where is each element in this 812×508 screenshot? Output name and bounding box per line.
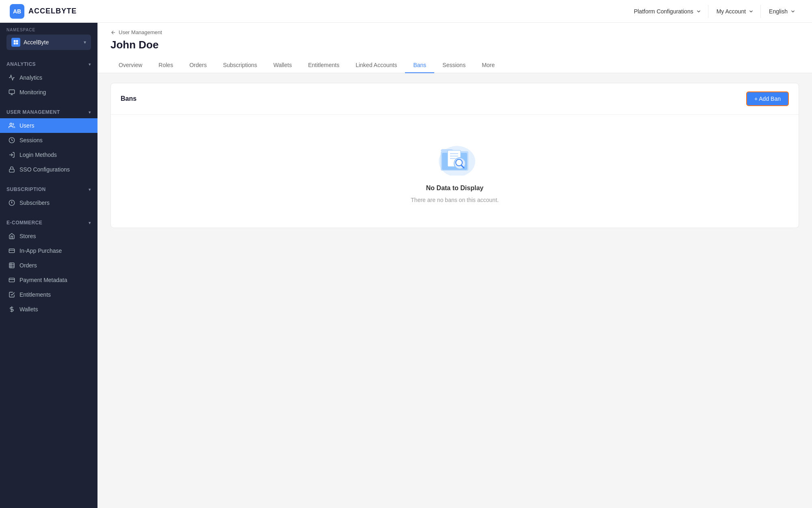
subscription-chevron-icon: ▾ [89, 187, 91, 192]
svg-rect-4 [9, 90, 14, 93]
ecommerce-section-title: E-COMMERCE [6, 220, 42, 226]
tab-orders[interactable]: Orders [181, 58, 215, 73]
namespace-section: NAMESPACE AccelByte ▾ [0, 23, 97, 55]
bans-card-header: Bans + Add Ban [111, 83, 799, 115]
arrow-left-icon [110, 30, 116, 35]
language-button[interactable]: English [762, 5, 802, 18]
sidebar-section-user-management: USER MANAGEMENT ▾ Users Sessions Login [0, 103, 97, 180]
sidebar-item-payment-metadata[interactable]: Payment Metadata [0, 273, 97, 287]
empty-state-title: No Data to Display [426, 185, 483, 192]
login-methods-icon [8, 151, 15, 158]
empty-state: No Data to Display There are no bans on … [111, 115, 799, 228]
sidebar-item-monitoring[interactable]: Monitoring [0, 85, 97, 100]
sidebar-section-ecommerce-header[interactable]: E-COMMERCE ▾ [0, 217, 97, 229]
chevron-down-icon [790, 9, 796, 14]
tab-bans[interactable]: Bans [405, 58, 434, 73]
sidebar-item-orders[interactable]: Orders [0, 258, 97, 273]
payment-icon [8, 276, 15, 284]
sidebar-item-sso[interactable]: SSO Configurations [0, 162, 97, 177]
monitoring-icon [8, 89, 15, 96]
sidebar-item-users[interactable]: Users [0, 118, 97, 133]
sidebar-section-subscription: SUBSCRIPTION ▾ Subscribers [0, 180, 97, 213]
my-account-button[interactable]: My Account [710, 5, 761, 18]
sidebar-section-subscription-header[interactable]: SUBSCRIPTION ▾ [0, 183, 97, 195]
logo-area: AB ACCELBYTE [10, 4, 77, 19]
user-management-section-title: USER MANAGEMENT [6, 109, 60, 115]
page-title: John Doe [110, 39, 799, 51]
sidebar-item-subscribers[interactable]: Subscribers [0, 195, 97, 210]
sidebar-item-entitlements[interactable]: Entitlements [0, 287, 97, 302]
sidebar-item-analytics[interactable]: Analytics [0, 70, 97, 85]
tab-wallets[interactable]: Wallets [265, 58, 300, 73]
sessions-icon [8, 137, 15, 144]
svg-rect-1 [16, 40, 18, 42]
sidebar-section-ecommerce: E-COMMERCE ▾ Stores In-App Purchase Ord [0, 213, 97, 320]
svg-rect-19 [9, 278, 14, 282]
subscription-section-title: SUBSCRIPTION [6, 187, 46, 192]
tab-linked-accounts[interactable]: Linked Accounts [347, 58, 405, 73]
namespace-chevron-icon: ▾ [84, 39, 86, 45]
svg-rect-0 [14, 40, 16, 42]
svg-rect-10 [9, 169, 14, 172]
wallets-icon [8, 306, 15, 313]
sidebar-section-analytics-header[interactable]: ANALYTICS ▾ [0, 58, 97, 70]
subscribers-icon [8, 199, 15, 206]
analytics-chevron-icon: ▾ [89, 62, 91, 67]
tab-subscriptions[interactable]: Subscriptions [215, 58, 265, 73]
svg-point-7 [10, 123, 12, 125]
analytics-section-title: ANALYTICS [6, 61, 36, 67]
orders-icon [8, 262, 15, 269]
tab-sessions[interactable]: Sessions [434, 58, 474, 73]
sidebar-section-analytics: ANALYTICS ▾ Analytics Monitoring [0, 55, 97, 103]
namespace-label: NAMESPACE [6, 28, 91, 32]
logo-text: ACCELBYTE [28, 7, 77, 15]
top-nav-right: Platform Configurations My Account Engli… [627, 5, 802, 18]
sidebar-item-wallets[interactable]: Wallets [0, 302, 97, 317]
bans-card: Bans + Add Ban [110, 83, 799, 228]
platform-configurations-button[interactable]: Platform Configurations [627, 5, 708, 18]
chevron-down-icon [748, 9, 754, 14]
sso-icon [8, 166, 15, 173]
namespace-name: AccelByte [24, 39, 49, 46]
top-nav: AB ACCELBYTE Platform Configurations My … [0, 0, 812, 23]
svg-rect-13 [9, 249, 14, 252]
bans-title: Bans [121, 95, 136, 102]
sidebar-item-iap[interactable]: In-App Purchase [0, 243, 97, 258]
tab-overview[interactable]: Overview [110, 58, 150, 73]
chevron-down-icon [696, 9, 702, 14]
tabs: Overview Roles Orders Subscriptions Wall… [110, 58, 799, 73]
tab-roles[interactable]: Roles [150, 58, 181, 73]
namespace-icon [11, 38, 20, 47]
ecommerce-chevron-icon: ▾ [89, 220, 91, 226]
content-area: Bans + Add Ban [97, 73, 812, 508]
empty-state-icon [435, 139, 475, 180]
breadcrumb[interactable]: User Management [110, 29, 799, 35]
svg-rect-15 [9, 263, 14, 268]
users-icon [8, 122, 15, 129]
tab-more[interactable]: More [474, 58, 503, 73]
sidebar-item-stores[interactable]: Stores [0, 229, 97, 243]
sidebar: NAMESPACE AccelByte ▾ ANALYTICS ▾ [0, 23, 97, 508]
iap-icon [8, 247, 15, 254]
analytics-icon [8, 74, 15, 81]
main-content: User Management John Doe Overview Roles … [97, 23, 812, 508]
svg-rect-3 [16, 43, 18, 45]
entitlements-icon [8, 291, 15, 298]
svg-rect-2 [14, 43, 16, 45]
sidebar-section-user-management-header[interactable]: USER MANAGEMENT ▾ [0, 106, 97, 118]
sidebar-item-login-methods[interactable]: Login Methods [0, 148, 97, 162]
add-ban-button[interactable]: + Add Ban [746, 91, 789, 106]
layout: NAMESPACE AccelByte ▾ ANALYTICS ▾ [0, 23, 812, 508]
svg-point-12 [11, 202, 12, 203]
stores-icon [8, 232, 15, 240]
sidebar-item-sessions[interactable]: Sessions [0, 133, 97, 148]
user-management-chevron-icon: ▾ [89, 110, 91, 115]
empty-state-desc: There are no bans on this account. [411, 197, 498, 203]
logo-icon: AB [10, 4, 24, 19]
tab-entitlements[interactable]: Entitlements [300, 58, 347, 73]
namespace-selector[interactable]: AccelByte ▾ [6, 35, 91, 50]
page-header: User Management John Doe Overview Roles … [97, 23, 812, 73]
